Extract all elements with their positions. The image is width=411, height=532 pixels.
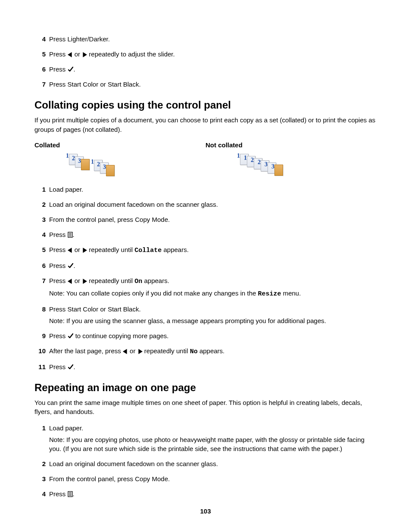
collating-step-list: 1Load paper.2Load an original document f… bbox=[34, 185, 377, 371]
text-run: Note: bbox=[49, 289, 65, 297]
text-run: Start Black bbox=[108, 305, 139, 313]
sheet-label: 2 bbox=[258, 159, 261, 166]
text-run: Load paper. bbox=[49, 424, 83, 432]
collation-examples: Collated 123123 Not collated 112233 bbox=[34, 141, 377, 176]
svg-marker-11 bbox=[138, 349, 143, 354]
text-run: Lighter/Darker bbox=[68, 35, 108, 43]
text-run: . bbox=[168, 216, 170, 223]
step-note: Note: You can collate copies only if you… bbox=[49, 289, 377, 299]
text-run: If you are using the scanner glass, a me… bbox=[65, 317, 326, 324]
text-run: Press bbox=[49, 262, 68, 269]
step-body: Press Start Color or Start Black. bbox=[49, 80, 377, 89]
step-number: 1 bbox=[34, 185, 46, 194]
step-number: 6 bbox=[34, 261, 46, 270]
svg-marker-10 bbox=[123, 349, 127, 354]
text-run: Load an original document facedown on th… bbox=[49, 201, 218, 208]
step-number: 4 bbox=[34, 34, 46, 44]
step-item: 2Load an original document facedown on t… bbox=[34, 459, 377, 468]
sheet-label: 3 bbox=[103, 164, 106, 171]
step-item: 1Load paper. bbox=[34, 185, 377, 194]
collated-illustration: 123123 bbox=[69, 154, 206, 176]
text-run: Press bbox=[49, 231, 68, 238]
step-body: Press . bbox=[49, 65, 377, 74]
section-intro-collating: If you print multiple copies of a docume… bbox=[34, 115, 377, 134]
step-item: 5Press or repeatedly to adjust the slide… bbox=[34, 50, 377, 59]
text-run: Start Black bbox=[108, 81, 139, 88]
text-run: Start Color bbox=[68, 81, 99, 88]
text-run: Press bbox=[49, 277, 68, 284]
svg-marker-6 bbox=[68, 248, 72, 253]
sheet-label: 1 bbox=[237, 152, 240, 159]
step-number: 2 bbox=[34, 459, 46, 468]
right-arrow-icon bbox=[82, 279, 87, 284]
sheet-label: 2 bbox=[251, 157, 254, 164]
manual-page: 4Press Lighter/Darker.5Press or repeated… bbox=[0, 0, 411, 532]
step-item: 8Press Start Color or Start Black.Note: … bbox=[34, 305, 377, 325]
step-body: From the control panel, press Copy Mode. bbox=[49, 215, 377, 224]
step-body: After the last page, press or repeatedly… bbox=[49, 346, 377, 356]
text-run: repeatedly to adjust the slider. bbox=[87, 50, 174, 58]
step-body: Load paper. bbox=[49, 185, 377, 194]
text-run: From the control panel, press bbox=[49, 475, 135, 482]
text-run: or bbox=[98, 81, 108, 88]
step-number: 2 bbox=[34, 200, 46, 209]
check-icon bbox=[68, 333, 74, 339]
step-number: 3 bbox=[34, 474, 46, 483]
text-run: Press bbox=[49, 332, 68, 339]
step-number: 6 bbox=[34, 65, 46, 74]
text-run: . bbox=[139, 81, 140, 88]
page-number: 103 bbox=[0, 507, 411, 515]
svg-marker-8 bbox=[68, 279, 72, 284]
text-run: appears. bbox=[198, 347, 225, 355]
step-item: 9Press to continue copying more pages. bbox=[34, 331, 377, 340]
step-body: Load an original document facedown on th… bbox=[49, 200, 377, 209]
check-icon bbox=[68, 66, 74, 72]
text-run: . bbox=[168, 475, 170, 482]
not-collated-illustration: 112233 bbox=[240, 154, 377, 176]
step-body: Press to continue copying more pages. bbox=[49, 331, 377, 340]
step-number: 4 bbox=[34, 489, 46, 498]
collated-column: Collated 123123 bbox=[34, 141, 206, 176]
menu-icon bbox=[68, 491, 73, 497]
text-run: After the last page, press bbox=[49, 347, 123, 355]
step-body: Load an original document facedown on th… bbox=[49, 459, 377, 468]
text-run: . bbox=[73, 490, 75, 498]
text-run: or bbox=[128, 347, 137, 355]
stack-sheet: 3 bbox=[106, 165, 115, 176]
step-item: 5Press or repeatedly until Collate appea… bbox=[34, 245, 377, 255]
svg-marker-1 bbox=[83, 52, 87, 57]
step-number: 3 bbox=[34, 215, 46, 224]
top-step-list: 4Press Lighter/Darker.5Press or repeated… bbox=[34, 34, 377, 89]
left-arrow-icon bbox=[68, 52, 73, 57]
step-number: 7 bbox=[34, 80, 46, 89]
section-heading-collating: Collating copies using the control panel bbox=[34, 99, 377, 111]
text-run: Load paper. bbox=[49, 186, 83, 193]
step-body: Press Start Color or Start Black.Note: I… bbox=[49, 305, 377, 325]
step-note: Note: If you are copying photos, use pho… bbox=[49, 435, 377, 453]
right-arrow-icon bbox=[82, 52, 87, 57]
left-arrow-icon bbox=[68, 279, 73, 284]
step-body: Press . bbox=[49, 489, 377, 498]
not-collated-column: Not collated 112233 bbox=[206, 141, 377, 176]
step-item: 11Press . bbox=[34, 362, 377, 371]
sheet-label: 1 bbox=[244, 155, 247, 162]
step-number: 7 bbox=[34, 276, 46, 285]
step-body: Press or repeatedly until Collate appear… bbox=[49, 245, 377, 255]
text-run: Press bbox=[49, 50, 68, 58]
collated-title: Collated bbox=[34, 141, 206, 149]
step-number: 11 bbox=[34, 362, 46, 371]
menu-icon bbox=[68, 232, 73, 238]
text-run: No bbox=[190, 348, 198, 355]
step-body: Press . bbox=[49, 261, 377, 270]
stack-sheet: 3 bbox=[81, 159, 90, 170]
step-item: 6Press . bbox=[34, 65, 377, 74]
text-run: Start Color bbox=[68, 305, 99, 313]
text-run: Load an original document facedown on th… bbox=[49, 460, 218, 467]
not-collated-title: Not collated bbox=[206, 141, 377, 149]
svg-marker-0 bbox=[68, 52, 72, 57]
text-run: Copy Mode bbox=[135, 475, 168, 482]
step-body: Press or repeatedly to adjust the slider… bbox=[49, 50, 377, 59]
text-run: or bbox=[73, 246, 82, 253]
text-run: Note: bbox=[49, 436, 65, 443]
text-run: to continue copying more pages. bbox=[74, 332, 169, 339]
